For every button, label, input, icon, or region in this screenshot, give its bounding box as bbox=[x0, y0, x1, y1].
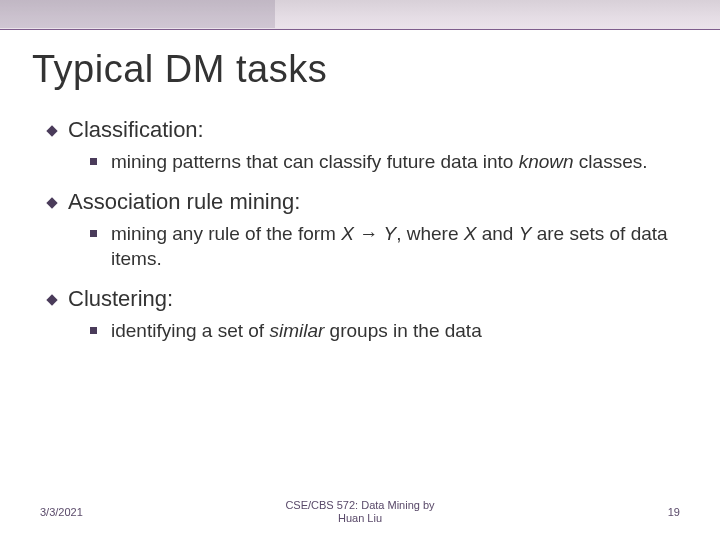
svg-rect-0 bbox=[46, 125, 57, 136]
italic-run: X bbox=[341, 223, 354, 244]
diamond-icon bbox=[46, 197, 58, 209]
slide-body: Typical DM tasks Classification: mining … bbox=[32, 48, 688, 500]
text-run: , where bbox=[396, 223, 464, 244]
sub-bullet: mining patterns that can classify future… bbox=[90, 149, 668, 175]
square-icon bbox=[90, 327, 97, 334]
footer-date: 3/3/2021 bbox=[40, 506, 83, 518]
bullet-item: Association rule mining: bbox=[46, 189, 688, 215]
bullet-label: Classification: bbox=[68, 117, 204, 143]
bullet-label: Clustering: bbox=[68, 286, 173, 312]
sub-bullet: mining any rule of the form X → Y, where… bbox=[90, 221, 668, 272]
sub-bullet-text: mining any rule of the form X → Y, where… bbox=[111, 221, 668, 272]
footer-page-number: 19 bbox=[668, 506, 680, 518]
slide-title: Typical DM tasks bbox=[32, 48, 688, 91]
header-band bbox=[0, 0, 720, 30]
italic-run: Y bbox=[519, 223, 532, 244]
header-accent bbox=[0, 0, 275, 28]
text-run: → bbox=[354, 223, 384, 244]
footer-course: CSE/CBS 572: Data Mining by Huan Liu bbox=[0, 499, 720, 527]
sub-bullet-text: identifying a set of similar groups in t… bbox=[111, 318, 482, 344]
svg-rect-2 bbox=[46, 294, 57, 305]
bullet-item: Classification: bbox=[46, 117, 688, 143]
square-icon bbox=[90, 158, 97, 165]
footer-line: CSE/CBS 572: Data Mining by bbox=[285, 499, 434, 511]
text-run: mining patterns that can classify future… bbox=[111, 151, 519, 172]
text-run: mining any rule of the form bbox=[111, 223, 341, 244]
text-run: and bbox=[476, 223, 518, 244]
bullet-label: Association rule mining: bbox=[68, 189, 300, 215]
text-run: identifying a set of bbox=[111, 320, 269, 341]
svg-rect-1 bbox=[46, 197, 57, 208]
bullet-item: Clustering: bbox=[46, 286, 688, 312]
footer-line: Huan Liu bbox=[338, 512, 382, 524]
italic-run: known bbox=[519, 151, 574, 172]
italic-run: X bbox=[464, 223, 477, 244]
diamond-icon bbox=[46, 294, 58, 306]
footer: 3/3/2021 CSE/CBS 572: Data Mining by Hua… bbox=[0, 499, 720, 527]
text-run: classes. bbox=[574, 151, 648, 172]
italic-run: Y bbox=[383, 223, 396, 244]
sub-bullet: identifying a set of similar groups in t… bbox=[90, 318, 668, 344]
text-run: groups in the data bbox=[324, 320, 481, 341]
square-icon bbox=[90, 230, 97, 237]
diamond-icon bbox=[46, 125, 58, 137]
italic-run: similar bbox=[269, 320, 324, 341]
sub-bullet-text: mining patterns that can classify future… bbox=[111, 149, 648, 175]
